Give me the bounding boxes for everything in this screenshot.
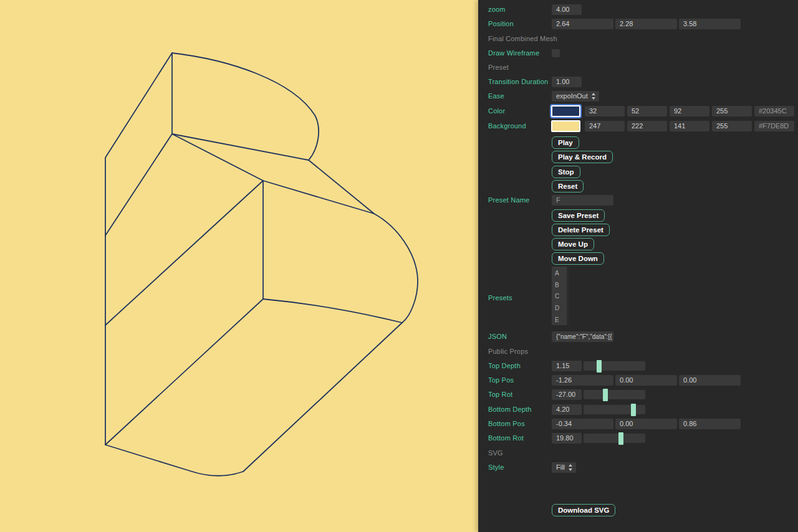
bottom-pos-x-input[interactable]: -0.34 <box>552 419 613 429</box>
preset-name-label: Preset Name <box>488 196 529 204</box>
download-svg-button[interactable]: Download SVG <box>552 504 615 516</box>
listbox-scrollbar[interactable] <box>567 267 569 325</box>
top-depth-input[interactable]: 1.15 <box>552 361 582 371</box>
zoom-label: zoom <box>488 6 506 13</box>
row-color: Color 32 52 92 255 #20345C <box>478 106 798 120</box>
row-transition-duration: Transition Duration 1.00 <box>478 77 798 90</box>
color-label: Color <box>488 107 505 115</box>
section-preset: Preset <box>478 62 798 76</box>
stop-button[interactable]: Stop <box>552 166 580 178</box>
background-hex-input[interactable]: #F7DE8D <box>754 121 794 131</box>
preset-option[interactable]: B <box>552 282 559 288</box>
row-preset-name: Preset Name F <box>478 195 798 209</box>
save-preset-button[interactable]: Save Preset <box>552 209 605 222</box>
preset-name-input[interactable]: F <box>552 195 613 206</box>
transition-duration-input[interactable]: 1.00 <box>552 77 582 87</box>
row-top-pos: Top Pos -1.26 0.00 0.00 <box>478 375 798 389</box>
row-style: Style Fill <box>478 462 798 476</box>
position-x-input[interactable]: 2.64 <box>552 19 613 29</box>
preset-option[interactable]: D <box>552 305 559 311</box>
play-record-button[interactable]: Play & Record <box>552 151 613 163</box>
final-combined-mesh-title: Final Combined Mesh <box>488 35 557 42</box>
row-json: JSON {"name":"F","data":[{ <box>478 331 798 345</box>
row-position: Position 2.64 2.28 3.58 <box>478 19 798 32</box>
bottom-pos-z-input[interactable]: 0.86 <box>679 419 741 429</box>
top-pos-label: Top Pos <box>488 376 514 384</box>
background-swatch[interactable] <box>551 120 580 132</box>
color-hex-input[interactable]: #20345C <box>754 106 794 116</box>
top-pos-z-input[interactable]: 0.00 <box>679 375 741 386</box>
color-r-input[interactable]: 32 <box>585 106 625 116</box>
position-y-input[interactable]: 2.28 <box>615 19 677 29</box>
color-g-input[interactable]: 52 <box>627 106 667 116</box>
top-rot-slider[interactable] <box>584 390 645 399</box>
preset-title: Preset <box>488 64 509 71</box>
preset-option[interactable]: E <box>552 316 559 323</box>
row-bottom-depth: Bottom Depth 4.20 <box>478 404 798 418</box>
reset-button[interactable]: Reset <box>552 180 584 192</box>
bottom-rot-slider-handle[interactable] <box>618 432 623 445</box>
bottom-rot-slider[interactable] <box>584 434 645 443</box>
background-b-input[interactable]: 141 <box>670 121 709 131</box>
background-r-input[interactable]: 247 <box>585 121 625 131</box>
select-arrows-icon <box>569 464 573 471</box>
row-presets: Presets A B C D E F AB <box>478 267 798 325</box>
delete-preset-button[interactable]: Delete Preset <box>552 224 610 236</box>
bottom-rot-input[interactable]: 19.80 <box>552 433 582 444</box>
svg-title: SVG <box>488 449 503 457</box>
move-up-button[interactable]: Move Up <box>552 238 594 250</box>
top-pos-y-input[interactable]: 0.00 <box>615 375 677 386</box>
position-label: Position <box>488 20 514 27</box>
bottom-pos-label: Bottom Pos <box>488 420 525 427</box>
preset-option[interactable]: A <box>552 270 559 277</box>
section-svg: SVG <box>478 448 798 462</box>
row-top-rot: Top Rot -27.00 <box>478 389 798 403</box>
ease-select[interactable]: expoInOut <box>552 91 599 102</box>
preset-option[interactable]: C <box>552 293 559 300</box>
style-label: Style <box>488 463 504 471</box>
color-a-input[interactable]: 255 <box>712 106 752 116</box>
top-depth-label: Top Depth <box>488 362 521 369</box>
draw-wireframe-label: Draw Wireframe <box>488 49 539 57</box>
bottom-rot-label: Bottom Rot <box>488 434 524 442</box>
json-input[interactable]: {"name":"F","data":[{ <box>552 331 613 342</box>
row-top-depth: Top Depth 1.15 <box>478 361 798 374</box>
json-label: JSON <box>488 333 507 340</box>
bottom-pos-y-input[interactable]: 0.00 <box>615 419 677 429</box>
top-rot-slider-handle[interactable] <box>603 389 608 401</box>
draw-wireframe-checkbox[interactable] <box>552 49 560 57</box>
top-depth-slider[interactable] <box>584 361 645 371</box>
letter-b-wireframe <box>0 0 478 532</box>
play-button[interactable]: Play <box>552 136 579 149</box>
bottom-depth-slider-handle[interactable] <box>631 404 636 416</box>
background-label: Background <box>488 122 526 130</box>
bottom-depth-input[interactable]: 4.20 <box>552 404 582 415</box>
row-background: Background 247 222 141 255 #F7DE8D <box>478 121 798 135</box>
section-final-combined-mesh: Final Combined Mesh <box>478 34 798 47</box>
ease-label: Ease <box>488 92 504 100</box>
row-bottom-pos: Bottom Pos -0.34 0.00 0.86 <box>478 419 798 432</box>
row-zoom: zoom 4.00 <box>478 4 798 18</box>
color-swatch[interactable] <box>551 105 580 117</box>
row-bottom-rot: Bottom Rot 19.80 <box>478 433 798 447</box>
background-g-input[interactable]: 222 <box>627 121 667 131</box>
row-draw-wireframe: Draw Wireframe <box>478 48 798 62</box>
top-rot-input[interactable]: -27.00 <box>552 389 582 400</box>
style-select[interactable]: Fill <box>552 462 576 473</box>
top-pos-x-input[interactable]: -1.26 <box>552 375 613 386</box>
public-props-title: Public Props <box>488 348 528 355</box>
bottom-depth-label: Bottom Depth <box>488 406 532 413</box>
ease-select-value: expoInOut <box>556 92 588 100</box>
transition-duration-label: Transition Duration <box>488 78 548 85</box>
top-depth-slider-handle[interactable] <box>597 360 602 373</box>
color-b-input[interactable]: 92 <box>670 106 709 116</box>
render-canvas[interactable] <box>0 0 478 532</box>
move-down-button[interactable]: Move Down <box>552 252 604 265</box>
position-z-input[interactable]: 3.58 <box>679 19 741 29</box>
section-public-props: Public Props <box>478 346 798 360</box>
style-select-value: Fill <box>556 463 565 471</box>
bottom-depth-slider[interactable] <box>584 405 645 414</box>
zoom-input[interactable]: 4.00 <box>552 4 582 15</box>
presets-listbox[interactable]: A B C D E F AB <box>552 267 569 325</box>
background-a-input[interactable]: 255 <box>712 121 752 131</box>
